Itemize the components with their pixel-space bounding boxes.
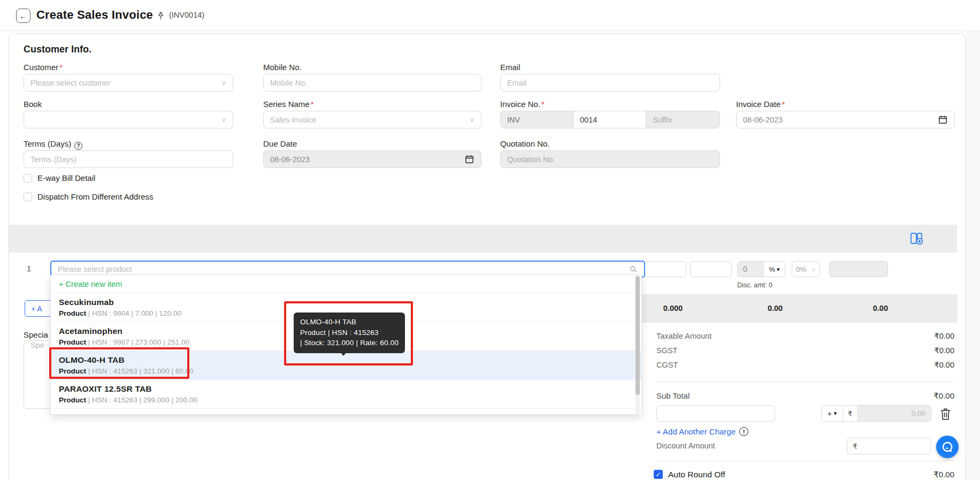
total-qty: 0.000 [646,304,700,313]
quotation-label: Quotation No. [500,139,720,148]
series-select[interactable]: Sales Invoice ∨ [263,111,481,128]
required-asterisk: * [311,100,314,109]
mobile-label: Mobile No. [263,63,481,72]
discount-cell: 0 % ▾ [737,261,785,277]
invoice-number-field[interactable]: 0014 [573,111,646,128]
search-icon [629,265,638,273]
charge-amount-field: 0.00 [857,406,931,421]
invoice-no-label: Invoice No.* [500,100,720,109]
chevron-down-icon: ∨ [811,266,816,273]
invoice-date-picker[interactable]: 08-06-2023 [736,111,955,128]
pin-icon[interactable] [156,11,165,21]
rate-input[interactable] [690,261,732,277]
calendar-icon [938,115,948,125]
taxable-amount-label: Taxable Amount [656,332,711,340]
charge-sign-select[interactable]: + ▾ [822,406,843,421]
sgst-value: ₹0.00 [890,346,954,355]
special-notes-label: Specia [24,330,48,339]
summary-divider [656,382,954,382]
discount-amount-input[interactable]: ₹ [847,438,931,454]
auto-round-off-label: Auto Round Off [668,470,725,479]
due-date-picker[interactable]: 08-06-2023 [263,150,481,168]
mobile-input[interactable] [263,74,481,92]
invoice-prefix-field: INV [501,111,573,128]
terms-input[interactable] [24,150,233,168]
invoice-number-group: INV 0014 Suffix [500,111,720,128]
terms-label: Terms (Days)? [24,139,233,150]
invoice-suffix-field: Suffix [646,111,719,128]
page-background-strip [966,31,980,480]
help-icon[interactable]: ? [74,142,82,150]
dispatch-address-row: Dispatch From Different Address [24,192,153,201]
row-serial-number: 1 [27,264,31,273]
summary-divider [656,461,954,461]
book-select[interactable]: ∨ [24,111,233,128]
customer-label: Customer* [24,63,233,72]
warning-icon: ! [739,427,748,436]
amount-field [829,261,888,277]
charge-name-input[interactable] [656,405,775,422]
dispatch-address-checkbox[interactable] [24,193,32,201]
invoice-date-label: Invoice Date* [736,100,955,109]
customer-info-heading: Customer Info. [24,44,91,55]
required-asterisk: * [782,100,785,109]
product-option[interactable]: PARAOXIT 12.5SR TAB Product | HSN : 4152… [51,380,641,409]
page-title: Create Sales Invoice [36,8,153,22]
cgst-label: CGST [656,361,678,369]
calendar-icon [464,154,474,164]
dispatch-address-label: Dispatch From Different Address [37,192,153,201]
subtotal-label: Sub Total [656,391,690,400]
eway-bill-row: E-way Bill Detail [24,173,95,182]
caret-down-icon: ▾ [777,266,780,273]
back-button[interactable]: ← [16,9,30,23]
quotation-input: Quotation No. [500,150,720,168]
discount-value-input[interactable]: 0 [738,262,763,277]
qty-input[interactable] [644,261,686,277]
required-asterisk: * [59,63,63,72]
add-another-charge-link[interactable]: + Add Another Charge ! [656,427,748,436]
due-date-label: Due Date [263,139,481,148]
discount-amount-label: Discount Amount [656,441,715,450]
rupee-symbol: ₹ [853,442,858,451]
discount-unit-select[interactable]: % ▾ [763,262,785,277]
delete-charge-icon[interactable] [939,407,952,421]
customer-select[interactable]: Please select customer ∨ [24,74,233,92]
product-tooltip: OLMO-40-H TAB Product | HSN : 415263 | S… [294,313,405,353]
eway-bill-checkbox[interactable] [24,174,32,182]
email-input[interactable] [500,74,720,92]
discount-amount-note: Disc. amt: 0 [737,281,772,289]
invoice-code: (INV0014) [169,11,204,19]
create-sales-invoice-screen: ← Create Sales Invoice (INV0014) Custome… [0,0,980,480]
cgst-value: ₹0.00 [890,361,954,369]
back-arrow-icon: ← [19,11,27,20]
total-rate: 0.00 [748,304,802,313]
taxable-amount-value: ₹0.00 [890,332,954,340]
required-asterisk: * [541,100,545,109]
create-new-item-option[interactable]: + Create new item [51,275,641,293]
rupee-symbol: ₹ [843,406,857,421]
chevron-down-icon: ∨ [469,116,474,124]
charge-amount-group: + ▾ ₹ 0.00 [821,405,931,422]
chevron-down-icon: ∨ [221,79,226,87]
items-table-header [9,225,957,253]
email-label: Email [500,63,720,72]
top-bar: ← Create Sales Invoice (INV0014) [0,0,980,31]
caret-down-icon: ▾ [834,410,837,417]
product-option[interactable]: PRONOL-40TAB [51,409,641,415]
auto-round-off-checkbox[interactable]: ✓ [654,470,663,479]
series-label: Series Name* [263,100,481,109]
total-amount: 0.00 [834,304,888,313]
chevron-down-icon: ∨ [221,116,226,124]
sgst-label: SGST [656,346,677,355]
chat-bubble-icon [941,440,954,453]
column-settings-icon[interactable] [909,232,923,246]
tooltip-caret [339,351,348,356]
eway-bill-label: E-way Bill Detail [37,173,95,182]
book-label: Book [24,100,233,109]
chat-widget-button[interactable] [936,436,959,458]
gst-select[interactable]: 0% ∨ [792,261,820,277]
round-off-value: ₹0.00 [890,470,954,479]
subtotal-value: ₹0.00 [890,391,954,401]
dropdown-scrollbar-thumb[interactable] [636,276,640,395]
